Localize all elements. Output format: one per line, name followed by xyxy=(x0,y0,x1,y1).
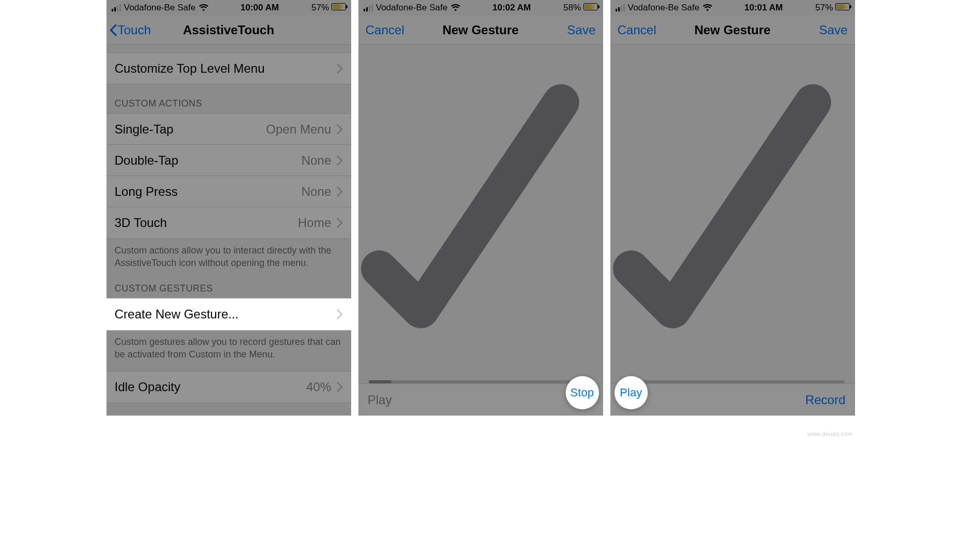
chevron-right-icon xyxy=(337,309,343,319)
status-bar: Vodafone-Be Safe 10:00 AM 57% ⚡ xyxy=(106,0,351,16)
chevron-left-icon xyxy=(110,24,117,36)
back-label: Touch xyxy=(118,23,151,37)
clock: 10:00 AM xyxy=(241,3,279,13)
back-button[interactable]: Touch xyxy=(110,23,151,37)
row-label: Long Press xyxy=(115,184,178,199)
chevron-right-icon xyxy=(337,218,343,228)
battery-icon: ⚡ xyxy=(835,3,850,13)
row-create-new-gesture[interactable]: Create New Gesture... xyxy=(106,299,351,330)
record-button[interactable]: Record xyxy=(805,393,845,407)
row-value: Home xyxy=(298,216,331,230)
gesture-stroke xyxy=(610,45,855,383)
nav-bar: Touch AssistiveTouch xyxy=(106,16,351,45)
row-label: Double-Tap xyxy=(115,153,179,168)
page-title: New Gesture xyxy=(695,23,771,37)
battery-icon: ⚡ xyxy=(583,3,598,13)
battery-icon: ⚡ xyxy=(331,3,346,13)
progress-bar xyxy=(621,380,845,383)
page-title: AssistiveTouch xyxy=(183,23,274,37)
gesture-canvas[interactable] xyxy=(358,45,603,383)
wifi-icon xyxy=(451,4,460,11)
section-footer-custom-gestures: Custom gestures allow you to record gest… xyxy=(106,330,351,361)
row-customize-top-level-menu[interactable]: Customize Top Level Menu xyxy=(106,53,351,84)
section-header-custom-actions: CUSTOM ACTIONS xyxy=(106,85,351,113)
play-fab[interactable]: Play xyxy=(615,376,648,409)
watermark: www.deuaq.com xyxy=(807,431,852,437)
page-title: New Gesture xyxy=(443,23,519,37)
battery-percent: 58% xyxy=(563,3,581,13)
battery-percent: 57% xyxy=(815,3,833,13)
gesture-stroke xyxy=(358,45,603,383)
cancel-button[interactable]: Cancel xyxy=(618,23,657,37)
fab-label: Stop xyxy=(570,386,594,399)
clock: 10:01 AM xyxy=(744,3,783,13)
row-value: None xyxy=(301,184,331,199)
nav-bar: Cancel New Gesture Save xyxy=(358,16,603,45)
wifi-icon xyxy=(199,4,208,11)
cancel-button[interactable]: Cancel xyxy=(366,23,405,37)
row-value: 40% xyxy=(306,380,331,394)
row-label: Single-Tap xyxy=(115,122,173,137)
signal-icon xyxy=(364,4,373,11)
row-label: Customize Top Level Menu xyxy=(115,61,265,76)
screen-new-gesture-recording: Vodafone-Be Safe 10:02 AM 58% ⚡ Cancel N… xyxy=(358,0,603,416)
row-long-press[interactable]: Long Press None xyxy=(106,176,351,207)
row-value: Open Menu xyxy=(266,122,331,137)
row-label: Idle Opacity xyxy=(115,380,181,394)
row-label: Create New Gesture... xyxy=(115,307,239,322)
play-button[interactable]: Play xyxy=(368,393,392,407)
row-single-tap[interactable]: Single-Tap Open Menu xyxy=(106,114,351,145)
screen-assistivetouch-settings: Vodafone-Be Safe 10:00 AM 57% ⚡ Touch As… xyxy=(106,0,351,416)
wifi-icon xyxy=(703,4,712,11)
battery-percent: 57% xyxy=(311,3,329,13)
chevron-right-icon xyxy=(337,382,343,392)
row-idle-opacity[interactable]: Idle Opacity 40% xyxy=(106,371,351,403)
nav-bar: Cancel New Gesture Save xyxy=(610,16,855,45)
chevron-right-icon xyxy=(337,155,343,166)
carrier-label: Vodafone-Be Safe xyxy=(376,3,448,13)
section-footer-custom-actions: Custom actions allow you to interact dir… xyxy=(106,239,351,270)
screen-new-gesture-playback: Vodafone-Be Safe 10:01 AM 57% ⚡ Cancel N… xyxy=(610,0,855,416)
carrier-label: Vodafone-Be Safe xyxy=(124,3,196,13)
row-3d-touch[interactable]: 3D Touch Home xyxy=(106,207,351,238)
clock: 10:02 AM xyxy=(492,3,531,13)
signal-icon xyxy=(616,4,625,11)
row-double-tap[interactable]: Double-Tap None xyxy=(106,145,351,176)
chevron-right-icon xyxy=(337,124,343,135)
carrier-label: Vodafone-Be Safe xyxy=(628,3,700,13)
stop-fab[interactable]: Stop xyxy=(566,376,599,409)
fab-label: Play xyxy=(620,386,642,399)
row-label: 3D Touch xyxy=(115,216,167,230)
save-button[interactable]: Save xyxy=(819,23,848,37)
signal-icon xyxy=(112,4,121,11)
progress-bar xyxy=(369,380,593,383)
status-bar: Vodafone-Be Safe 10:02 AM 58% ⚡ xyxy=(358,0,603,16)
row-value: None xyxy=(301,153,331,168)
status-bar: Vodafone-Be Safe 10:01 AM 57% ⚡ xyxy=(610,0,855,16)
gesture-canvas[interactable] xyxy=(610,45,855,383)
save-button[interactable]: Save xyxy=(567,23,596,37)
chevron-right-icon xyxy=(337,186,343,197)
section-header-custom-gestures: CUSTOM GESTURES xyxy=(106,270,351,298)
chevron-right-icon xyxy=(337,63,343,74)
